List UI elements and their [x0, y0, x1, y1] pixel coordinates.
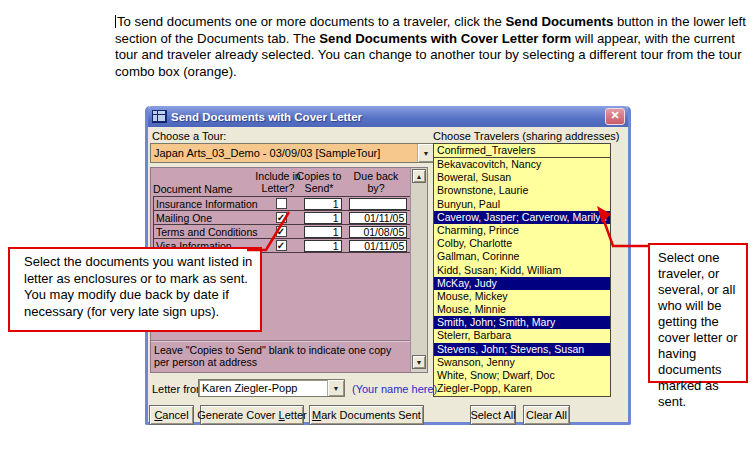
traveler-item[interactable]: Bekavacovitch, Nancy	[434, 158, 610, 171]
close-icon[interactable]: ✕	[605, 108, 625, 125]
include-checkbox[interactable]: ✓	[276, 240, 287, 251]
select-all-button[interactable]: Select All	[470, 405, 516, 425]
traveler-item[interactable]: Colby, Charlotte	[434, 237, 610, 250]
traveler-item[interactable]: Gallman, Corinne	[434, 250, 610, 263]
col-header-due: Due back by?	[349, 170, 403, 194]
travelers-list-items: Bekavacovitch, NancyBoweral, SusanBrowns…	[434, 158, 610, 395]
traveler-item[interactable]: White, Snow; Dwarf, Doc	[434, 369, 610, 382]
due-date-input[interactable]: 01/11/05	[349, 212, 407, 224]
generate-cover-letter-button[interactable]: Generate Cover Letter	[200, 405, 304, 425]
copies-input[interactable]: 1	[304, 240, 342, 252]
travelers-listbox[interactable]: Confirmed_Travelers Bekavacovitch, Nancy…	[433, 143, 611, 397]
mark-documents-sent-button[interactable]: Mark Documents Sent	[309, 405, 424, 425]
traveler-item[interactable]: Caverow, Jasper; Carverow, Marilyn	[434, 211, 610, 224]
traveler-item[interactable]: Brownstone, Laurie	[434, 184, 610, 197]
col-header-document-name: Document Name	[153, 183, 232, 195]
intro-seg: To send documents one or more documents …	[117, 14, 506, 29]
callout-documents-note: Select the documents you want listed in …	[8, 247, 262, 332]
cancel-button[interactable]: Cancel	[149, 405, 194, 425]
intro-bold-form-name: Send Documents with Cover Letter form	[319, 31, 571, 46]
due-date-input[interactable]	[349, 198, 407, 210]
choose-travelers-label: Choose Travelers (sharing addresses)	[433, 130, 619, 142]
scroll-down-icon[interactable]: ▼	[412, 355, 426, 369]
include-checkbox[interactable]: ✓	[276, 212, 287, 223]
traveler-item[interactable]: Mouse, Mickey	[434, 290, 610, 303]
traveler-item[interactable]: Bunyun, Paul	[434, 198, 610, 211]
dialog-titlebar[interactable]: Send Documents with Cover Letter ✕	[148, 106, 628, 127]
your-name-hint: (Your name here)	[352, 383, 437, 395]
document-name: Insurance Information	[154, 198, 263, 210]
traveler-item[interactable]: Stevens, John; Stevens, Susan	[434, 343, 610, 356]
document-row: Mailing One✓101/11/05	[153, 211, 411, 225]
copies-input[interactable]: 1	[304, 226, 342, 238]
copies-input[interactable]: 1	[304, 198, 342, 210]
traveler-item[interactable]: Kidd, Susan; Kidd, William	[434, 264, 610, 277]
intro-paragraph: To send documents one or more documents …	[115, 14, 753, 80]
traveler-item[interactable]: Stelerr, Barbara	[434, 329, 610, 342]
document-row: Insurance Information1	[153, 197, 411, 211]
traveler-item[interactable]: Mouse, Minnie	[434, 303, 610, 316]
traveler-item[interactable]: Ziegler-Popp, Karen	[434, 382, 610, 395]
copies-note: Leave "Copies to Send" blank to indicate…	[154, 344, 406, 368]
dialog-title: Send Documents with Cover Letter	[171, 111, 362, 123]
panel-divider	[151, 340, 411, 341]
tour-combo-value[interactable]: Japan Arts_03_Demo - 03/09/03 [SampleTou…	[151, 144, 417, 162]
col-header-copies: Copies to Send*	[292, 170, 346, 194]
choose-tour-label: Choose a Tour:	[152, 130, 226, 142]
document-name: Terms and Conditions	[154, 226, 263, 238]
document-name: Mailing One	[154, 212, 263, 224]
travelers-list-header: Confirmed_Travelers	[434, 144, 610, 158]
traveler-item[interactable]: Swanson, Jenny	[434, 356, 610, 369]
chevron-down-icon[interactable]: ▼	[417, 144, 434, 162]
document-row: Terms and Conditions✓101/08/05	[153, 225, 411, 239]
copies-input[interactable]: 1	[304, 212, 342, 224]
traveler-item[interactable]: McKay, Judy	[434, 277, 610, 290]
letter-from-value[interactable]: Karen Ziegler-Popp	[199, 380, 327, 396]
traveler-item[interactable]: Charming, Prince	[434, 224, 610, 237]
include-checkbox[interactable]	[276, 198, 287, 209]
intro-bold-send-documents: Send Documents	[506, 14, 614, 29]
letter-from-combo[interactable]: Karen Ziegler-Popp ▼	[198, 379, 345, 397]
form-icon	[152, 110, 167, 123]
documents-scrollbar[interactable]: ▲ ▼	[410, 168, 427, 372]
documents-table: Insurance Information1Mailing One✓101/11…	[153, 196, 411, 253]
callout-travelers-note: Select one traveler, or several, or all …	[648, 243, 748, 383]
due-date-input[interactable]: 01/08/05	[349, 226, 407, 238]
text-cursor	[115, 15, 116, 28]
clear-all-button[interactable]: Clear All	[523, 405, 570, 425]
include-checkbox[interactable]: ✓	[276, 226, 287, 237]
scroll-up-icon[interactable]: ▲	[412, 169, 426, 183]
traveler-item[interactable]: Smith, John; Smith, Mary	[434, 316, 610, 329]
due-date-input[interactable]: 01/11/05	[349, 240, 407, 252]
chevron-down-icon[interactable]: ▼	[327, 380, 344, 396]
tour-combo[interactable]: Japan Arts_03_Demo - 03/09/03 [SampleTou…	[150, 143, 435, 163]
traveler-item[interactable]: Boweral, Susan	[434, 171, 610, 184]
